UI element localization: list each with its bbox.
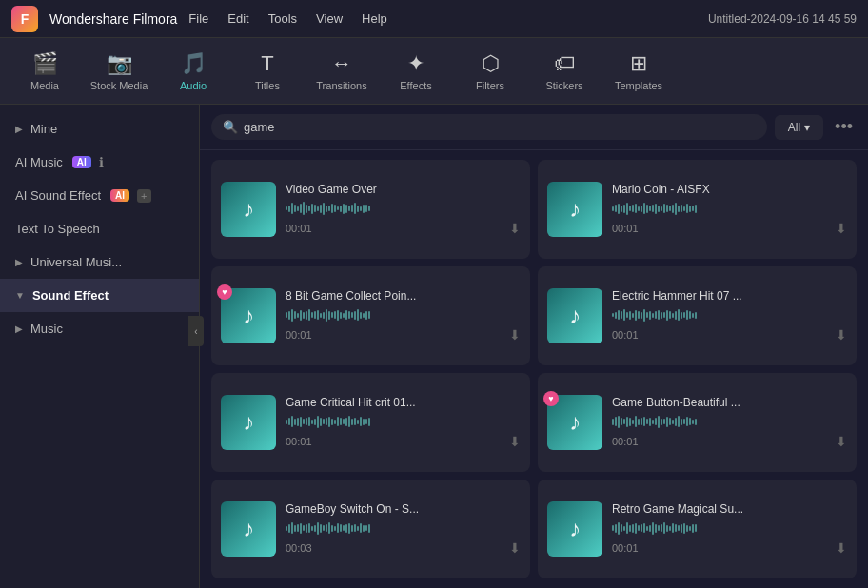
sound-card[interactable]: ♪ GameBoy Switch On - S... 00:03 ⬇ [211,480,530,578]
waveform-bar [343,525,345,531]
waveform-bar [308,417,310,426]
waveform-bar [363,525,365,532]
waveform-bar [681,312,682,319]
waveform-bar [320,524,322,533]
waveform-bar [297,313,299,318]
sound-thumbnail: ♪ [221,395,276,450]
search-input[interactable] [244,120,756,134]
download-button[interactable]: ⬇ [836,540,847,556]
waveform-bar [334,311,336,319]
main-layout: ▶MineAI MusicAIℹAI Sound EffectAI+Text T… [0,105,868,588]
waveform-bar [643,417,645,426]
waveform-bar [658,206,660,212]
download-button[interactable]: ⬇ [509,540,521,556]
sidebar-item-music[interactable]: ▶Music [0,312,199,345]
sound-card[interactable]: ♥ ♪ Game Button-Beautiful ... 00:01 ⬇ [538,373,857,472]
sound-card[interactable]: ♪ Electric Hammer Hit 07 ... 00:01 ⬇ [538,266,857,365]
waveform-bar [303,525,305,531]
waveform-bar [629,525,631,532]
toolbar-item-transitions[interactable]: ↔ Transitions [306,44,377,99]
download-button[interactable]: ⬇ [509,327,521,343]
toolbar-item-effects[interactable]: ✦ Effects [381,44,451,99]
waveform-bar [291,416,293,427]
filter-button[interactable]: All ▾ [775,115,823,140]
waveform-bar [354,418,356,425]
waveform-bar [655,418,657,425]
sound-card[interactable]: ♥ ♪ 8 Bit Game Collect Poin... 00:01 ⬇ [211,266,530,365]
waveform-bar [345,418,347,426]
download-button[interactable]: ⬇ [836,434,847,449]
toolbar-item-stock-media[interactable]: 📷 Stock Media [84,44,154,99]
download-button[interactable]: ⬇ [509,434,521,449]
sidebar-item-mine[interactable]: ▶Mine [0,112,199,146]
toolbar-label-transitions: Transitions [316,80,366,91]
toolbar-label-media: Media [30,80,59,91]
search-input-wrap[interactable]: 🔍 [211,114,767,140]
toolbar-label-titles: Titles [255,80,280,91]
sound-card[interactable]: ♪ Retro Game Magical Su... 00:01 ⬇ [538,480,857,578]
waveform-bar [294,311,296,319]
download-button[interactable]: ⬇ [836,221,847,236]
download-button[interactable]: ⬇ [836,327,847,343]
waveform-bar [661,419,662,425]
waveform-bar [368,418,370,426]
waveform-bar [686,204,688,213]
waveform-bar [649,311,651,320]
expand-arrow-music: ▶ [15,323,23,334]
title-bar-left: F Wondershare Filmora File Edit Tools Vi… [11,6,387,32]
waveform-bar [655,204,657,214]
waveform-bar [337,523,339,533]
waveform-bar [314,525,316,532]
waveform-bar [612,206,614,211]
waveform-bar [320,418,322,426]
sidebar-item-ai-sound-effect[interactable]: AI Sound EffectAI+ [0,179,199,212]
waveform-bar [286,420,287,424]
toolbar-item-stickers[interactable]: 🏷 Stickers [529,44,600,99]
waveform-bar [623,309,625,321]
waveform-bar [666,417,668,427]
sidebar-item-sound-effect[interactable]: ▼Sound Effect [0,279,199,312]
waveform-bar [360,206,362,211]
sidebar-collapse-button[interactable]: ‹ [188,316,204,346]
menu-edit[interactable]: Edit [227,11,248,26]
sound-card[interactable]: ♪ Video Game Over 00:01 ⬇ [211,160,530,259]
waveform-bar [345,524,347,533]
sidebar-item-ai-music[interactable]: AI MusicAIℹ [0,146,199,179]
toolbar-item-filters[interactable]: ⬡ Filters [455,44,525,99]
more-options-button[interactable]: ••• [831,117,857,137]
waveform-bar [629,418,631,426]
waveform-bar [363,205,365,213]
waveform-bar [661,312,662,319]
menu-view[interactable]: View [316,11,343,26]
toolbar-item-titles[interactable]: T Titles [232,44,303,99]
waveform-bar [357,309,359,321]
waveform-bar [297,206,299,211]
sound-card[interactable]: ♪ Game Critical Hit crit 01... 00:01 ⬇ [211,373,530,472]
waveform-bar [681,205,682,212]
sidebar-item-universal-music[interactable]: ▶Universal Musi... [0,245,199,279]
search-bar: 🔍 All ▾ ••• [200,105,868,150]
waveform-bar [343,204,345,214]
menu-tools[interactable]: Tools [268,11,297,26]
waveform-bar [326,524,327,532]
filters-icon: ⬡ [482,51,500,76]
waveform-bar [308,523,310,533]
waveform-bar [641,418,642,425]
menu-file[interactable]: File [188,11,208,26]
card-footer: 00:01 ⬇ [286,327,521,343]
sidebar-item-text-to-speech[interactable]: Text To Speech [0,212,199,245]
waveform-bar [365,419,367,424]
toolbar-item-media[interactable]: 🎬 Media [10,44,80,99]
menu-help[interactable]: Help [362,11,387,26]
menu-bar: File Edit Tools View Help [188,11,386,26]
card-footer: 00:01 ⬇ [286,434,521,449]
music-note-icon: ♪ [569,303,581,329]
expand-arrow-universal-music: ▶ [15,257,23,267]
download-button[interactable]: ⬇ [509,221,521,236]
sound-card[interactable]: ♪ Mario Coin - AISFX 00:01 ⬇ [538,160,857,259]
toolbar-item-templates[interactable]: ⊞ Templates [603,44,674,99]
sound-duration: 00:01 [286,223,312,234]
toolbar-item-audio[interactable]: 🎵 Audio [158,44,228,99]
waveform-bar [368,311,370,319]
waveform-bar [323,419,325,424]
